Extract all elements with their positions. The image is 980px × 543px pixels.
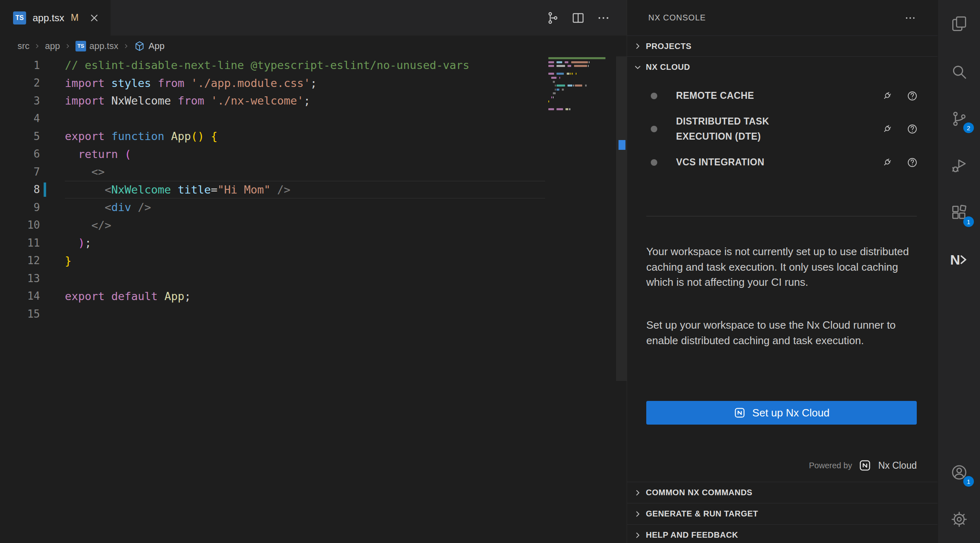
run-debug-icon[interactable] bbox=[938, 148, 980, 183]
breadcrumb-src[interactable]: src bbox=[18, 41, 29, 51]
divider bbox=[646, 216, 917, 216]
section-help-and-feedback[interactable]: HELP AND FEEDBACK bbox=[627, 524, 938, 543]
panel-title: NX CONSOLE bbox=[648, 13, 706, 22]
nx-cloud-feature-list: REMOTE CACHE DISTRIBUTED TASK EXECUTION … bbox=[651, 88, 918, 180]
typescript-file-icon: TS bbox=[75, 41, 86, 51]
help-icon[interactable] bbox=[907, 123, 918, 135]
breadcrumb: src app TS app.tsx App bbox=[0, 36, 627, 56]
gutter-decoration bbox=[40, 110, 65, 128]
typescript-file-icon: TS bbox=[13, 11, 26, 24]
more-actions-icon[interactable] bbox=[596, 11, 610, 25]
gutter-decoration bbox=[40, 252, 65, 270]
open-changes-icon[interactable] bbox=[546, 11, 560, 25]
tab-bar: TS app.tsx M bbox=[0, 0, 627, 36]
gutter-decoration bbox=[40, 56, 65, 74]
nx-item-remote-cache: REMOTE CACHE bbox=[651, 88, 918, 103]
code-line-2[interactable]: 2import styles from './app.module.css'; bbox=[0, 74, 627, 92]
help-icon[interactable] bbox=[907, 157, 918, 168]
vscode-window: TS app.tsx M bbox=[0, 0, 980, 543]
explorer-icon[interactable] bbox=[938, 6, 980, 41]
activity-bar: 2 1 N 1 bbox=[938, 0, 980, 543]
powered-by-label: Powered by bbox=[809, 461, 852, 470]
code-line-8[interactable]: 8 <NxWelcome title="Hi Mom" /> bbox=[0, 181, 627, 199]
line-number: 5 bbox=[0, 130, 40, 142]
minimap[interactable] bbox=[548, 57, 615, 116]
code-line-12[interactable]: 12} bbox=[0, 252, 627, 270]
code-line-1[interactable]: 1// eslint-disable-next-line @typescript… bbox=[0, 56, 627, 74]
code-line-13[interactable]: 13 bbox=[0, 269, 627, 287]
code-line-7[interactable]: 7 <> bbox=[0, 163, 627, 181]
connect-icon[interactable] bbox=[881, 90, 893, 102]
close-tab-icon[interactable] bbox=[89, 12, 100, 24]
editor-actions bbox=[546, 0, 627, 36]
section-nx-cloud[interactable]: NX CLOUD bbox=[627, 56, 938, 78]
breadcrumb-app[interactable]: app bbox=[45, 41, 60, 51]
code-line-11[interactable]: 11 ); bbox=[0, 234, 627, 252]
code-line-10[interactable]: 10 </> bbox=[0, 216, 627, 234]
tab-label: app.tsx bbox=[33, 12, 64, 24]
code-line-15[interactable]: 15 bbox=[0, 305, 627, 323]
extensions-icon[interactable]: 1 bbox=[938, 195, 980, 230]
nx-item-label: REMOTE CACHE bbox=[676, 88, 754, 103]
code-text: export default App; bbox=[65, 287, 545, 305]
chevron-right-icon bbox=[64, 42, 71, 50]
status-dot-icon bbox=[651, 126, 657, 132]
code-text: ); bbox=[65, 234, 545, 252]
editor-scrollbar[interactable] bbox=[616, 56, 627, 381]
setup-hint-text: Set up your workspace to use the Nx Clou… bbox=[646, 318, 920, 348]
panel-more-actions-icon[interactable] bbox=[904, 12, 916, 24]
nx-cloud-logo-icon bbox=[734, 407, 746, 419]
code-line-9[interactable]: 9 <div /> bbox=[0, 198, 627, 216]
line-number: 8 bbox=[0, 183, 40, 196]
code-line-3[interactable]: 3import NxWelcome from './nx-welcome'; bbox=[0, 92, 627, 110]
section-common-nx-commands[interactable]: COMMON NX COMMANDS bbox=[627, 482, 938, 503]
panel-header: NX CONSOLE bbox=[627, 0, 938, 36]
status-dot-icon bbox=[651, 159, 657, 166]
setup-nx-cloud-button[interactable]: Set up Nx Cloud bbox=[646, 401, 917, 425]
help-icon[interactable] bbox=[907, 90, 918, 102]
source-control-badge: 2 bbox=[963, 122, 974, 133]
nx-item-label: DISTRIBUTED TASK EXECUTION (DTE) bbox=[676, 114, 803, 144]
breadcrumb-symbol-app[interactable]: App bbox=[134, 40, 164, 52]
code-line-6[interactable]: 6 return ( bbox=[0, 145, 627, 163]
search-icon[interactable] bbox=[938, 54, 980, 89]
section-generate-run-target[interactable]: GENERATE & RUN TARGET bbox=[627, 503, 938, 524]
chevron-down-icon bbox=[633, 62, 643, 72]
nx-logo: N bbox=[950, 252, 969, 268]
tab-app-tsx[interactable]: TS app.tsx M bbox=[0, 0, 111, 36]
code-text bbox=[65, 269, 545, 287]
source-control-icon[interactable]: 2 bbox=[938, 101, 980, 136]
chevron-right-icon bbox=[633, 530, 643, 540]
nx-item-dte: DISTRIBUTED TASK EXECUTION (DTE) bbox=[651, 114, 918, 144]
section-label: NX CLOUD bbox=[646, 62, 690, 72]
nx-cloud-logo-icon bbox=[858, 459, 871, 472]
code-line-5[interactable]: 5export function App() { bbox=[0, 127, 627, 145]
code-editor[interactable]: 1// eslint-disable-next-line @typescript… bbox=[0, 56, 627, 543]
code-line-4[interactable]: 4 bbox=[0, 110, 627, 128]
code-line-14[interactable]: 14export default App; bbox=[0, 287, 627, 305]
chevron-right-icon bbox=[633, 41, 643, 51]
section-label: HELP AND FEEDBACK bbox=[646, 530, 738, 540]
code-text: <> bbox=[65, 163, 545, 181]
code-text bbox=[65, 305, 545, 323]
line-number: 14 bbox=[0, 290, 40, 302]
gutter-decoration bbox=[40, 216, 65, 234]
gutter-decoration bbox=[40, 92, 65, 110]
line-number: 11 bbox=[0, 237, 40, 249]
connect-icon[interactable] bbox=[881, 123, 893, 135]
line-number: 7 bbox=[0, 166, 40, 178]
powered-brand-label: Nx Cloud bbox=[878, 460, 917, 471]
section-projects[interactable]: PROJECTS bbox=[627, 36, 938, 56]
code-text: return ( bbox=[65, 145, 545, 163]
gutter-decoration bbox=[40, 305, 65, 323]
gutter-decoration bbox=[40, 198, 65, 216]
account-icon[interactable]: 1 bbox=[938, 455, 980, 490]
breadcrumb-file[interactable]: TS app.tsx bbox=[75, 41, 118, 51]
code-lines: 1// eslint-disable-next-line @typescript… bbox=[0, 56, 627, 323]
settings-gear-icon[interactable] bbox=[938, 502, 980, 537]
nx-console-icon[interactable]: N bbox=[938, 242, 980, 277]
chevron-right-icon bbox=[633, 509, 643, 519]
account-badge: 1 bbox=[963, 476, 974, 487]
split-editor-icon[interactable] bbox=[571, 11, 585, 25]
connect-icon[interactable] bbox=[881, 157, 893, 168]
